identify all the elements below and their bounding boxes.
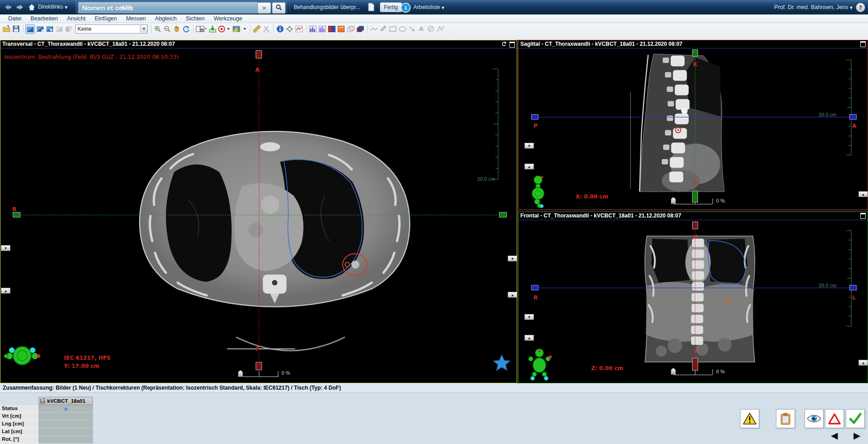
warning-button[interactable] <box>740 409 759 428</box>
reset-view-icon[interactable] <box>182 24 190 33</box>
scroll-up-button[interactable]: ▲ <box>858 191 868 197</box>
document-icon[interactable] <box>368 3 374 13</box>
table-column-header[interactable]: kVCBCT_18a01 <box>39 397 93 405</box>
scroll-up-button[interactable]: ▲ <box>508 292 517 298</box>
ct-image-sagittal[interactable] <box>627 53 734 193</box>
maximize-icon[interactable] <box>860 41 866 47</box>
review-button[interactable] <box>805 409 824 428</box>
crosshair-handle-left[interactable] <box>13 212 20 217</box>
crosshair-handle-bottom[interactable] <box>692 191 698 203</box>
info-icon[interactable] <box>276 24 284 33</box>
help-button[interactable]: ? <box>856 3 865 12</box>
ct-image-frontal[interactable] <box>634 232 766 364</box>
crosshair-handle-right[interactable] <box>849 114 857 120</box>
approve-button[interactable] <box>846 409 865 428</box>
crosshair-handle-bottom[interactable] <box>256 362 262 370</box>
overlay-blend-icon[interactable] <box>232 24 247 33</box>
transversal-title: Transversal - CT_Thoraxwandli - kVCBCT_1… <box>2 41 175 47</box>
menu-abgleich[interactable]: Abgleich <box>150 15 181 22</box>
ct-image-transversal[interactable] <box>134 119 415 372</box>
user-menu[interactable]: Prof. Dr. med. Bahnsen, Jens ▼ <box>774 4 853 10</box>
duplicate-window-icon[interactable] <box>346 24 355 33</box>
arrow-tool-icon[interactable] <box>407 24 416 33</box>
scroll-down-button[interactable]: ▼ <box>524 314 534 320</box>
crosshair-handle-left[interactable] <box>531 114 538 120</box>
crosshair-handle-top[interactable] <box>256 50 262 58</box>
menu-ansicht[interactable]: Ansicht <box>63 15 90 22</box>
bookmark-star-icon[interactable] <box>493 354 511 371</box>
home-icon[interactable] <box>28 4 35 13</box>
orange-window-icon[interactable] <box>337 24 345 33</box>
clear-search-button[interactable]: × <box>257 2 271 14</box>
menu-werkzeuge[interactable]: Werkzeuge <box>209 15 247 22</box>
menu-messen[interactable]: Messen <box>121 15 150 22</box>
crosshair-handle-left[interactable] <box>531 285 538 290</box>
maximize-icon[interactable] <box>860 213 866 219</box>
zoom-out-icon[interactable] <box>163 24 171 33</box>
delta-button[interactable] <box>825 409 844 428</box>
histogram-1-icon[interactable] <box>308 24 317 33</box>
patient-search-input[interactable]: Nomen et omen (476) <box>78 2 258 14</box>
cut-tool-icon[interactable] <box>262 24 271 33</box>
crosshair-handle-top[interactable] <box>692 49 698 57</box>
duplicate-window-alt-icon[interactable] <box>356 24 364 33</box>
zoom-in-icon[interactable] <box>153 24 162 33</box>
previous-button[interactable]: ◀ <box>831 431 838 440</box>
histogram-2-icon[interactable] <box>318 24 326 33</box>
scroll-up-button[interactable]: ▲ <box>524 164 534 169</box>
slider-line <box>674 375 713 375</box>
crosshair-handle-top[interactable] <box>692 222 698 229</box>
crosshair-handle-bottom[interactable] <box>692 358 698 371</box>
view-layout-1-icon[interactable] <box>25 24 35 34</box>
polyline-tool-icon[interactable] <box>436 24 445 33</box>
back-icon[interactable] <box>4 4 12 12</box>
transversal-view[interactable]: Transversal - CT_Thoraxwandli - kVCBCT_1… <box>0 40 517 383</box>
split-compare-icon[interactable] <box>327 24 336 33</box>
view-layout-5-icon[interactable] <box>64 24 73 33</box>
scroll-up-button[interactable]: ▲ <box>1 288 10 294</box>
scroll-up-button[interactable]: ▲ <box>524 335 534 341</box>
slider-pointer[interactable] <box>671 368 676 375</box>
ellipse-tool-icon[interactable] <box>398 24 407 33</box>
layout-split-icon[interactable] <box>195 24 207 33</box>
menu-sichten[interactable]: Sichten <box>181 15 209 22</box>
frontal-view[interactable]: Frontal - CT_Thoraxwandli - kVCBCT_18a01… <box>518 212 868 383</box>
maximize-icon[interactable] <box>509 42 515 48</box>
isocenter-tool-icon[interactable] <box>218 24 231 33</box>
sagittal-view[interactable]: Sagittal - CT_Thoraxwandli - kVCBCT_18a0… <box>518 40 868 210</box>
crosshair-handle-right[interactable] <box>499 212 507 217</box>
exclude-tool-icon[interactable] <box>427 24 435 33</box>
view-layout-4-icon[interactable] <box>55 24 63 33</box>
menu-bearbeiten[interactable]: Bearbeiten <box>26 15 62 22</box>
settings-search-icon[interactable] <box>285 24 294 33</box>
arbeitsliste-menu[interactable]: Arbeitsliste ▼ <box>413 4 444 10</box>
direktlinks-menu[interactable]: Direktlinks ▼ <box>38 4 68 10</box>
save-icon[interactable] <box>12 24 20 33</box>
rectangle-tool-icon[interactable] <box>388 24 397 33</box>
ruler-icon[interactable] <box>252 24 261 33</box>
scroll-down-button[interactable]: ▼ <box>508 256 517 261</box>
view-layout-2-icon[interactable] <box>36 24 44 33</box>
import-image-icon[interactable] <box>208 24 217 33</box>
next-button[interactable]: ▶ <box>853 431 860 440</box>
scroll-down-button[interactable]: ▼ <box>1 245 10 251</box>
forward-icon[interactable] <box>16 4 24 12</box>
reset-orientation-icon[interactable] <box>501 41 507 48</box>
view-layout-3-icon[interactable] <box>45 24 54 33</box>
slider-pointer[interactable] <box>671 197 676 204</box>
search-button[interactable] <box>272 2 286 14</box>
pan-hand-icon[interactable] <box>172 24 181 33</box>
preset-select[interactable]: Keine ▼ <box>75 24 148 34</box>
fertig-button[interactable]: Fertig <box>380 2 402 12</box>
crosshair-handle-right[interactable] <box>849 285 857 290</box>
curve-draw-icon[interactable] <box>369 24 378 33</box>
clipboard-button[interactable] <box>776 409 795 428</box>
menu-einfuegen[interactable]: Einfügen <box>90 15 121 22</box>
pencil-icon[interactable] <box>379 24 388 33</box>
curve-chart-icon[interactable] <box>295 24 303 33</box>
scroll-up-button[interactable]: ▲ <box>858 360 868 366</box>
scroll-down-button[interactable]: ▼ <box>524 143 534 149</box>
text-tool-icon[interactable]: A <box>417 24 426 33</box>
menu-datei[interactable]: Datei <box>4 15 26 22</box>
open-study-icon[interactable] <box>2 24 11 33</box>
